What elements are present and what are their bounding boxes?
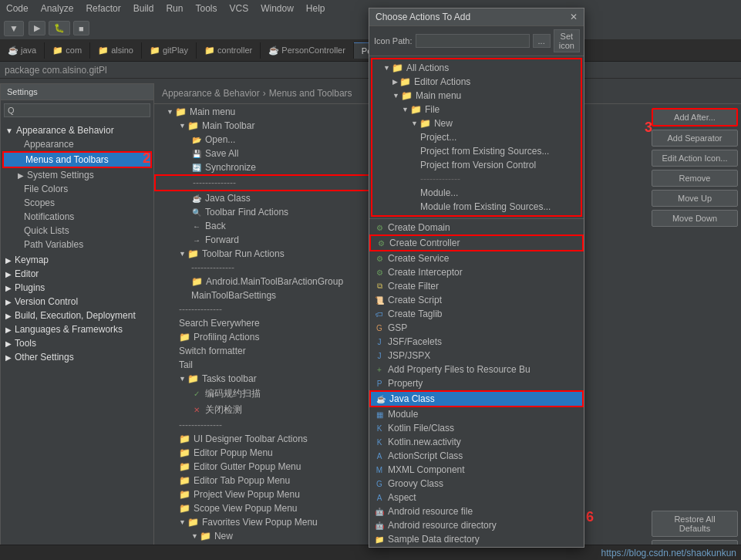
kotlin-act-icon: K	[374, 437, 385, 447]
tab-gitplay[interactable]: 📁 gitPlay	[142, 42, 197, 59]
dialog-kotlin-activity[interactable]: K Kotlin.new.activity	[369, 435, 584, 449]
dialog-module-item[interactable]: ▦ Module	[369, 407, 584, 421]
menu-help[interactable]: Help	[300, 2, 332, 15]
toolbar-stop-btn[interactable]: ■	[73, 21, 89, 35]
tree-item-file-colors[interactable]: File Colors	[2, 182, 152, 196]
tree-item-appearance[interactable]: Appearance	[2, 137, 152, 151]
dialog-android-res-file[interactable]: 🤖 Android resource file	[369, 504, 584, 518]
section-languages-header[interactable]: ▶ Languages & Frameworks	[2, 322, 152, 336]
dialog-project-existing[interactable]: Project from Existing Sources...	[374, 144, 579, 158]
dialog-main-menu[interactable]: ▼ 📁 Main menu	[374, 89, 579, 103]
tree-item-menus-toolbars[interactable]: Menus and Toolbars	[2, 151, 152, 168]
dialog-sample-data[interactable]: 📁 Sample Data directory	[369, 532, 584, 546]
tab-java[interactable]: ☕ java	[0, 42, 45, 59]
menu-tools[interactable]: Tools	[189, 2, 223, 15]
icon-path-input[interactable]	[416, 34, 530, 48]
breadcrumb-sep: ›	[263, 88, 266, 99]
dialog-gsp[interactable]: G GSP	[369, 321, 584, 335]
icon-set-btn[interactable]: Set icon	[554, 29, 580, 52]
section-vcs-header[interactable]: ▶ Version Control	[2, 295, 152, 309]
dialog-create-service[interactable]: ⚙ Create Service	[369, 251, 584, 265]
forward-label: Forward	[205, 234, 239, 245]
dialog-module-existing[interactable]: Module from Existing Sources...	[374, 200, 579, 214]
dialog-mxml[interactable]: M MXML Component	[369, 463, 584, 477]
gsp-icon: G	[374, 322, 385, 333]
section-plugins-header[interactable]: ▶ Plugins	[2, 281, 152, 295]
section-keymap-header[interactable]: ▶ Keymap	[2, 253, 152, 267]
dialog-property[interactable]: P Property	[369, 376, 584, 390]
dialog-create-controller[interactable]: ⚙ Create Controller	[369, 234, 584, 251]
restore-all-defaults-btn[interactable]: Restore All Defaults	[652, 511, 738, 537]
dialog-java-class[interactable]: ☕ Java Class	[369, 390, 584, 407]
main-menu-label: Main menu	[190, 106, 235, 117]
add-after-btn[interactable]: Add After...	[652, 108, 738, 127]
dialog-close-btn[interactable]: ✕	[570, 12, 578, 22]
section-tools-header[interactable]: ▶ Tools	[2, 336, 152, 350]
tab-com[interactable]: 📁 com	[45, 42, 90, 59]
dialog-file[interactable]: ▼ 📁 File	[374, 103, 579, 116]
tree-item-path-variables[interactable]: Path Variables	[2, 238, 152, 251]
tab-alsino[interactable]: 📁 alsino	[90, 42, 142, 59]
tree-item-system-settings[interactable]: ▶ System Settings	[2, 168, 152, 182]
dialog-create-domain[interactable]: ⚙ Create Domain	[369, 221, 584, 234]
menu-build[interactable]: Build	[127, 2, 160, 15]
toolbar-run-btn[interactable]: ▶	[29, 21, 45, 35]
add-property-label: Add Property Files to Resource Bu	[388, 364, 530, 375]
section-label: Appearance & Behavior	[16, 125, 114, 136]
edit-action-icon-btn[interactable]: Edit Action Icon...	[652, 150, 738, 167]
remove-btn[interactable]: Remove	[652, 170, 738, 187]
btn-spacer	[652, 230, 738, 508]
menu-window[interactable]: Window	[254, 2, 300, 15]
dialog-create-filter[interactable]: ⧉ Create Filter	[369, 279, 584, 293]
dialog-aspect[interactable]: A Aspect	[369, 491, 584, 504]
editor-popup-label: Editor Popup Menu	[194, 447, 273, 458]
sep-run-label: --------------	[191, 262, 234, 273]
menu-refactor[interactable]: Refactor	[79, 2, 126, 15]
section-other-header[interactable]: ▶ Other Settings	[2, 350, 152, 364]
menu-vcs[interactable]: VCS	[223, 2, 254, 15]
tree-item-scopes[interactable]: Scopes	[2, 196, 152, 210]
settings-search[interactable]	[4, 103, 150, 117]
dialog-create-taglib[interactable]: 🏷 Create Taglib	[369, 307, 584, 321]
dialog-file-item[interactable]: 📄 File	[369, 546, 584, 548]
project-selector[interactable]: ▼	[4, 21, 24, 36]
move-up-btn[interactable]: Move Up	[652, 190, 738, 207]
dialog-module[interactable]: Module...	[374, 186, 579, 200]
dialog-editor-actions[interactable]: ▶ 📁 Editor Actions	[374, 75, 579, 89]
toolbar-debug-btn[interactable]: 🐛	[49, 21, 70, 35]
move-down-btn[interactable]: Move Down	[652, 210, 738, 227]
breadcrumb-appearance[interactable]: Appearance & Behavior	[162, 88, 260, 99]
dialog-jsf[interactable]: J JSF/Facelets	[369, 335, 584, 349]
module-d-label: Module...	[420, 187, 458, 198]
tab-personcontroller[interactable]: ☕ PersonController	[261, 42, 354, 59]
add-separator-btn[interactable]: Add Separator	[652, 130, 738, 147]
menu-code[interactable]: Code	[0, 2, 35, 15]
tree-item-notifications[interactable]: Notifications	[2, 210, 152, 224]
dialog-groovy[interactable]: G Groovy Class	[369, 477, 584, 491]
dialog-add-property[interactable]: + Add Property Files to Resource Bu	[369, 363, 584, 376]
menu-run[interactable]: Run	[160, 2, 189, 15]
plugins-tri: ▶	[5, 284, 12, 292]
dialog-create-interceptor[interactable]: ⚙ Create Interceptor	[369, 265, 584, 279]
property-label: Property	[388, 378, 423, 389]
dialog-new-folder[interactable]: ▼ 📁 New	[374, 116, 579, 130]
dialog-kotlin-file[interactable]: K Kotlin File/Class	[369, 421, 584, 435]
dialog-project[interactable]: Project...	[374, 130, 579, 144]
dialog-jsp[interactable]: J JSP/JSPX	[369, 349, 584, 363]
dialog-all-actions[interactable]: ▼ 📁 All Actions	[374, 61, 579, 75]
dialog-create-script[interactable]: 📜 Create Script	[369, 293, 584, 307]
toolbar-run-label: Toolbar Run Actions	[202, 248, 285, 259]
tab-controller[interactable]: 📁 controller	[197, 42, 261, 59]
dialog-actions-tree: ▼ 📁 All Actions ▶ 📁 Editor Actions ▼ 📁 M…	[369, 56, 584, 548]
dialog-project-vcs[interactable]: Project from Version Control	[374, 158, 579, 172]
dialog-android-res-dir[interactable]: 🤖 Android resource directory	[369, 518, 584, 532]
section-appearance-behavior-header[interactable]: ▼ Appearance & Behavior	[2, 123, 152, 137]
tree-item-quick-lists[interactable]: Quick Lists	[2, 224, 152, 238]
section-build-header[interactable]: ▶ Build, Execution, Deployment	[2, 309, 152, 322]
menu-analyze[interactable]: Analyze	[35, 2, 80, 15]
section-editor-header[interactable]: ▶ Editor	[2, 267, 152, 281]
icon-browse-btn[interactable]: ...	[533, 34, 551, 48]
project-view-popup-label: Project View Popup Menu	[194, 489, 300, 500]
editor-tri: ▶	[5, 270, 12, 278]
dialog-action-script[interactable]: A ActionScript Class	[369, 449, 584, 463]
